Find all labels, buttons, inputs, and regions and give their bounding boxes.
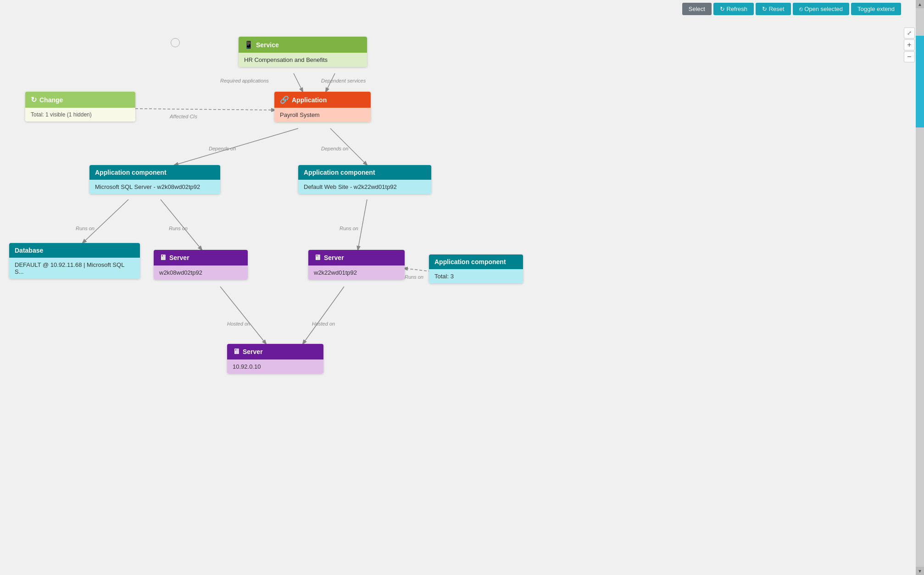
server-2-icon: 🖥	[314, 254, 321, 262]
application-node[interactable]: 🔗 Application Payroll System	[274, 92, 371, 122]
zoom-in-button[interactable]: +	[904, 39, 915, 50]
service-icon: 📱	[244, 40, 253, 49]
server-1-node[interactable]: 🖥 Server w2k08wd02tp92	[154, 250, 248, 280]
toolbar: Select ↻ Refresh ↻ Reset ⎋ Open selected…	[682, 0, 901, 18]
database-node-body: DEFAULT @ 10.92.11.68 | Microsoft SQL S.…	[9, 258, 140, 279]
app-component-1-header: Application component	[89, 165, 220, 180]
svg-line-0	[294, 73, 303, 92]
application-name: Payroll System	[280, 111, 320, 118]
service-node[interactable]: 📱 Service HR Compensation and Benefits	[239, 37, 367, 67]
server-1-name: w2k08wd02tp92	[159, 269, 202, 276]
zoom-out-button[interactable]: −	[904, 51, 915, 62]
scroll-up-button[interactable]: ▲	[916, 0, 924, 8]
server-3-type-label: Server	[243, 348, 263, 355]
edge-label-required-apps: Required applications	[220, 78, 269, 83]
server-1-header: 🖥 Server	[154, 250, 248, 265]
database-type-label: Database	[15, 247, 43, 254]
svg-line-2	[135, 109, 275, 110]
app-component-2-node[interactable]: Application component Default Web Site -…	[298, 165, 431, 194]
app-component-1-node[interactable]: Application component Microsoft SQL Serv…	[89, 165, 220, 194]
svg-line-3	[174, 128, 298, 165]
database-node[interactable]: Database DEFAULT @ 10.92.11.68 | Microso…	[9, 243, 140, 279]
application-icon: 🔗	[280, 95, 289, 104]
app-component-2-type-label: Application component	[304, 169, 375, 176]
database-node-header: Database	[9, 243, 140, 258]
svg-line-7	[358, 199, 367, 250]
server-2-node[interactable]: 🖥 Server w2k22wd01tp92	[308, 250, 405, 280]
edge-label-depends-on-2: Depends on	[321, 146, 348, 151]
svg-line-5	[83, 199, 128, 243]
server-1-body: w2k08wd02tp92	[154, 265, 248, 280]
service-node-body: HR Compensation and Benefits	[239, 53, 367, 67]
app-component-3-type-label: Application component	[434, 258, 506, 265]
edge-label-depends-on-1: Depends on	[209, 146, 236, 151]
service-node-header: 📱 Service	[239, 37, 367, 53]
server-3-name: 10.92.0.10	[233, 363, 261, 370]
app-component-2-body: Default Web Site - w2k22wd01tp92	[298, 180, 431, 194]
circle-indicator	[171, 38, 180, 47]
edge-label-runs-on-2: Runs on	[169, 226, 188, 231]
server-3-icon: 🖥	[233, 348, 240, 356]
scroll-thumb[interactable]	[916, 36, 924, 127]
zoom-controls: ⤢ + −	[904, 28, 915, 62]
change-icon: ↻	[31, 95, 37, 104]
application-node-body: Payroll System	[274, 108, 371, 122]
edge-label-runs-on-4: Runs on	[405, 274, 423, 280]
scrollbar[interactable]: ▲ ▼	[916, 0, 924, 575]
app-component-2-name: Default Web Site - w2k22wd01tp92	[304, 183, 397, 190]
server-3-header: 🖥 Server	[227, 344, 323, 359]
change-node[interactable]: ↻ Change Total: 1 visible (1 hidden)	[25, 92, 135, 122]
refresh-button[interactable]: ↻ Refresh	[713, 3, 754, 15]
server-3-node[interactable]: 🖥 Server 10.92.0.10	[227, 344, 323, 374]
edge-label-hosted-on-2: Hosted on	[312, 321, 335, 326]
change-name: Total: 1 visible (1 hidden)	[31, 111, 92, 118]
edge-label-runs-on-1: Runs on	[76, 226, 95, 231]
edge-label-affected-cis: Affected CIs	[170, 114, 197, 119]
svg-line-8	[404, 268, 431, 271]
service-type-label: Service	[256, 41, 279, 49]
reset-button[interactable]: ↻ Reset	[756, 3, 791, 15]
select-button[interactable]: Select	[682, 3, 712, 15]
svg-line-6	[161, 199, 202, 250]
edge-label-dependent-services: Dependent services	[321, 78, 366, 83]
fullscreen-button[interactable]: ⤢	[904, 28, 915, 39]
edge-label-hosted-on-1: Hosted on	[227, 321, 250, 326]
toggle-extend-button[interactable]: Toggle extend	[851, 3, 901, 15]
server-3-body: 10.92.0.10	[227, 359, 323, 374]
app-component-3-name: Total: 3	[434, 273, 454, 280]
app-component-3-header: Application component	[429, 254, 523, 269]
app-component-1-body: Microsoft SQL Server - w2k08wd02tp92	[89, 180, 220, 194]
database-name: DEFAULT @ 10.92.11.68 | Microsoft SQL S.…	[15, 261, 124, 275]
app-component-1-name: Microsoft SQL Server - w2k08wd02tp92	[95, 183, 200, 190]
app-component-1-type-label: Application component	[95, 169, 167, 176]
server-2-name: w2k22wd01tp92	[314, 269, 357, 276]
scroll-down-button[interactable]: ▼	[916, 567, 924, 575]
server-2-body: w2k22wd01tp92	[308, 265, 405, 280]
svg-line-10	[303, 287, 344, 344]
application-node-header: 🔗 Application	[274, 92, 371, 108]
change-node-body: Total: 1 visible (1 hidden)	[25, 108, 135, 122]
server-1-icon: 🖥	[159, 254, 167, 262]
change-node-header: ↻ Change	[25, 92, 135, 108]
app-component-3-body: Total: 3	[429, 269, 523, 283]
application-type-label: Application	[292, 96, 327, 104]
svg-line-9	[220, 287, 266, 344]
open-selected-button[interactable]: ⎋ Open selected	[793, 3, 849, 15]
server-1-type-label: Server	[169, 254, 189, 261]
edge-label-runs-on-3: Runs on	[340, 226, 358, 231]
app-component-2-header: Application component	[298, 165, 431, 180]
service-name: HR Compensation and Benefits	[244, 56, 328, 63]
scroll-track[interactable]	[916, 8, 924, 567]
server-2-type-label: Server	[324, 254, 344, 261]
server-2-header: 🖥 Server	[308, 250, 405, 265]
change-type-label: Change	[39, 96, 63, 104]
app-component-3-node[interactable]: Application component Total: 3	[429, 254, 523, 283]
